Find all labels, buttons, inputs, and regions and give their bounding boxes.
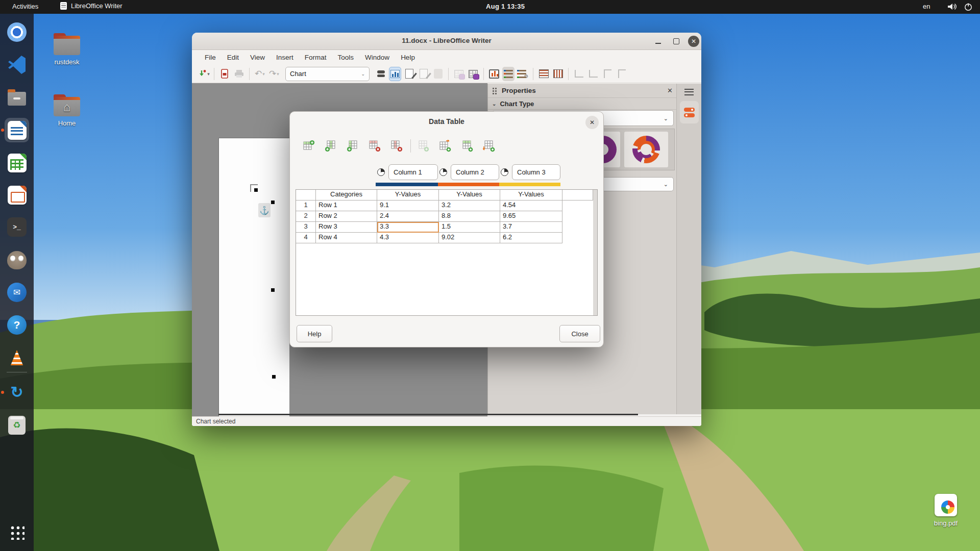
undo-caret[interactable]: ▾ <box>262 71 265 77</box>
redo-caret[interactable]: ▾ <box>277 71 279 77</box>
data-ranges-icon[interactable] <box>403 67 415 81</box>
menu-help[interactable]: Help <box>396 52 420 63</box>
redo-icon[interactable]: ↷▾ <box>268 67 280 81</box>
table-cell[interactable]: 4.54 <box>500 201 562 211</box>
menu-edit[interactable]: Edit <box>223 52 243 63</box>
dock-help[interactable]: ? <box>5 313 29 337</box>
table-cell[interactable]: 3.2 <box>439 201 500 211</box>
legend-settings-icon[interactable]: ⚙ <box>517 67 529 81</box>
object-icon[interactable] <box>432 67 444 81</box>
menu-insert[interactable]: Insert <box>272 52 298 63</box>
insert-series-button[interactable] <box>324 139 338 153</box>
selection-handle[interactable] <box>271 288 275 292</box>
move-series-left-button[interactable] <box>416 139 430 153</box>
volume-icon[interactable] <box>947 2 957 11</box>
export-pdf-icon[interactable] <box>218 67 231 81</box>
load-url-icon[interactable]: ▾ <box>198 67 210 81</box>
chart-type-section[interactable]: ⌄ Chart Type <box>488 97 677 110</box>
help-button[interactable]: Help <box>297 325 332 342</box>
selection-handle[interactable] <box>272 375 276 379</box>
delete-series-button[interactable] <box>389 139 404 153</box>
x-axis-icon[interactable] <box>573 67 585 81</box>
focused-table-cell[interactable]: 3.3 <box>377 222 439 233</box>
y-axis-title-icon[interactable] <box>616 67 628 81</box>
chart-data-table-icon[interactable] <box>467 67 479 81</box>
menu-tools[interactable]: Tools <box>333 52 359 63</box>
table-cell[interactable]: Row 1 <box>316 201 377 211</box>
menu-format[interactable]: Format <box>300 52 331 63</box>
undo-icon[interactable]: ↶▾ <box>254 67 266 81</box>
dock-vlc[interactable] <box>5 345 29 370</box>
insert-text-column-button[interactable] <box>346 139 360 153</box>
table-cell[interactable]: Row 2 <box>316 211 377 222</box>
menu-window[interactable]: Window <box>360 52 394 63</box>
table-cell[interactable]: 1.5 <box>439 222 500 233</box>
sidebar-close-icon[interactable]: ✕ <box>667 87 673 94</box>
move-series-right-button[interactable] <box>438 139 452 153</box>
table-cell[interactable]: 6.2 <box>500 233 562 243</box>
table-cell[interactable]: 2.4 <box>377 211 439 222</box>
table-scrollbar[interactable] <box>593 190 597 315</box>
dock-gimp[interactable] <box>5 248 29 272</box>
legend-on-off-icon[interactable] <box>502 67 514 81</box>
dock-trash[interactable]: ♻ <box>5 413 29 437</box>
table-cell[interactable]: 9.65 <box>500 211 562 222</box>
horizontal-grid-icon[interactable] <box>537 67 550 81</box>
data-ranges-disabled-icon[interactable] <box>418 67 430 81</box>
close-button[interactable]: ✕ <box>688 36 699 47</box>
dock-terminal[interactable]: >_ <box>5 215 29 239</box>
table-cell[interactable]: 3.7 <box>500 222 562 233</box>
dock-files[interactable] <box>5 85 29 110</box>
focused-app-indicator[interactable]: LibreOffice Writer <box>60 2 122 10</box>
clock[interactable]: Aug 1 13:35 <box>486 3 525 10</box>
table-cell[interactable]: Row 4 <box>316 233 377 243</box>
paragraph-style-combo[interactable]: Chart ⌄ <box>285 67 370 81</box>
table-cell[interactable]: 8.8 <box>439 211 500 222</box>
series-name-input-2[interactable] <box>451 164 499 180</box>
grip-icon[interactable] <box>492 87 497 94</box>
chart-type-icon[interactable] <box>488 67 500 81</box>
dropdown-caret[interactable]: ▾ <box>207 71 210 77</box>
x-axis-title-icon[interactable] <box>601 67 614 81</box>
vertical-grid-icon[interactable] <box>552 67 564 81</box>
minimize-button[interactable] <box>653 36 663 46</box>
y-axis-icon[interactable] <box>587 67 599 81</box>
desktop-icon-bing-pdf[interactable]: bing.pdf <box>918 494 974 527</box>
dialog-close-icon[interactable]: ✕ <box>585 116 599 129</box>
dock-libreoffice-writer[interactable] <box>5 118 29 142</box>
anchor-icon[interactable]: ⚓ <box>258 203 271 217</box>
series-name-input-1[interactable] <box>388 164 438 180</box>
data-table-disabled-icon[interactable] <box>453 67 465 81</box>
selection-handle[interactable] <box>271 201 275 204</box>
menu-file[interactable]: File <box>200 52 220 63</box>
dock-chromium[interactable] <box>5 20 29 44</box>
table-cell[interactable]: 9.02 <box>439 233 500 243</box>
dock-thunderbird[interactable]: ✉ <box>5 280 29 305</box>
table-cell[interactable]: Row 3 <box>316 222 377 233</box>
donut-exploded-thumb[interactable] <box>624 132 668 167</box>
properties-deck-icon[interactable] <box>680 101 699 123</box>
dock-app-grid[interactable] <box>5 520 29 544</box>
activities-button[interactable]: Activities <box>12 3 38 10</box>
dock-software-updater[interactable]: ↻ <box>5 380 29 405</box>
print-icon[interactable] <box>233 67 245 81</box>
move-row-up-button[interactable] <box>460 139 474 153</box>
series-name-input-3[interactable] <box>512 164 560 180</box>
toggle-icon[interactable] <box>375 67 387 81</box>
dock-vscode[interactable] <box>5 53 29 77</box>
table-cell[interactable]: 9.1 <box>377 201 439 211</box>
desktop-icon-home[interactable]: ⌂ Home <box>39 97 95 127</box>
close-dialog-button[interactable]: Close <box>559 325 600 342</box>
keyboard-layout-indicator[interactable]: en <box>923 3 930 10</box>
insert-row-button[interactable] <box>302 139 316 153</box>
hamburger-menu-icon[interactable] <box>684 89 694 95</box>
dock-libreoffice-impress[interactable] <box>5 183 29 207</box>
menu-view[interactable]: View <box>246 52 270 63</box>
insert-chart-icon[interactable] <box>389 67 401 81</box>
dock-libreoffice-calc[interactable] <box>5 151 29 175</box>
document-page[interactable] <box>218 138 289 416</box>
titlebar[interactable]: 11.docx - LibreOffice Writer ✕ <box>192 33 701 50</box>
power-icon[interactable] <box>964 2 973 11</box>
table-cell[interactable]: 4.3 <box>377 233 439 243</box>
move-row-down-button[interactable] <box>482 139 496 153</box>
